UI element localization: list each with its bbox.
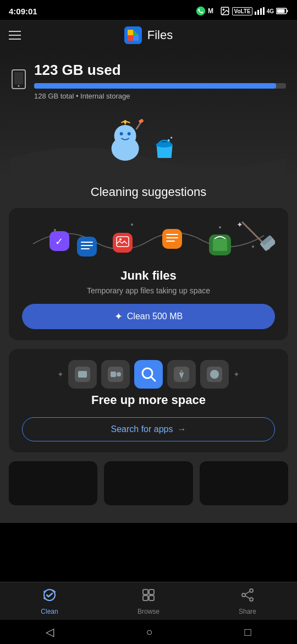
svg-rect-50 — [111, 372, 116, 377]
storage-header: 123 GB used 128 GB total • Internal stor… — [11, 62, 286, 100]
svg-rect-40 — [166, 241, 175, 242]
browse-tab-label: Browse — [138, 608, 160, 615]
svg-point-22 — [168, 139, 170, 141]
svg-rect-30 — [77, 237, 97, 256]
search-apps-button[interactable]: Search for apps → — [22, 417, 275, 441]
svg-point-27 — [252, 245, 254, 248]
mascot-main — [106, 118, 145, 165]
mascot-area — [11, 107, 286, 178]
svg-point-0 — [196, 7, 206, 16]
svg-rect-4 — [255, 12, 256, 15]
mascot-bucket — [152, 135, 177, 165]
svg-rect-38 — [166, 234, 178, 235]
battery-icon — [276, 8, 288, 14]
svg-point-17 — [120, 132, 123, 135]
svg-rect-42 — [213, 239, 227, 251]
nav-bar: ◁ ○ □ — [0, 620, 297, 644]
whatsapp-icon — [196, 6, 206, 16]
svg-point-16 — [114, 125, 136, 147]
app-icon-3 — [167, 360, 196, 389]
svg-point-18 — [128, 132, 131, 135]
svg-point-55 — [180, 371, 183, 373]
svg-text:M: M — [208, 7, 213, 15]
search-highlight-icon — [134, 360, 163, 389]
tab-clean[interactable]: ✦ Clean — [0, 582, 99, 620]
sparkle-left: ✦ — [57, 370, 64, 379]
tab-browse[interactable]: Browse — [99, 582, 198, 620]
svg-point-26 — [219, 226, 221, 228]
bottom-card-3 — [200, 461, 288, 505]
svg-text:✦: ✦ — [51, 588, 55, 593]
tab-share[interactable]: Share — [198, 582, 297, 620]
clean-tab-icon: ✦ — [42, 588, 57, 605]
free-space-card: ✦ — [9, 349, 288, 452]
junk-card-title: Junk files — [9, 269, 288, 283]
svg-line-53 — [151, 377, 155, 381]
app-logo — [124, 26, 142, 44]
cleaning-section: Cleaning suggestions ✓ — [0, 178, 297, 523]
svg-point-24 — [54, 229, 56, 231]
app-icon-4 — [200, 360, 229, 389]
svg-point-66 — [250, 598, 253, 601]
home-button[interactable]: ○ — [146, 626, 152, 638]
svg-point-25 — [131, 223, 133, 226]
network-badge: 4G — [267, 8, 274, 14]
bottom-tab-bar: ✦ Clean Browse Share — [0, 582, 297, 620]
svg-line-67 — [245, 592, 250, 594]
app-bar: Files — [0, 20, 297, 51]
svg-point-51 — [117, 372, 121, 376]
svg-rect-63 — [149, 596, 154, 601]
cleaning-title: Cleaning suggestions — [0, 178, 297, 208]
share-tab-icon — [240, 588, 255, 605]
recents-button[interactable]: □ — [244, 626, 251, 638]
clean-tab-label: Clean — [41, 608, 58, 615]
storage-used: 123 GB used — [34, 62, 286, 79]
junk-icons-svg: ✓ — [22, 214, 275, 263]
app-icon-2 — [101, 360, 130, 389]
image-icon — [220, 6, 230, 16]
sparkle-icon: ✦ — [114, 310, 123, 323]
svg-rect-10 — [287, 10, 288, 12]
browse-tab-icon — [141, 588, 156, 605]
signal-icon — [255, 7, 265, 15]
svg-rect-32 — [81, 245, 93, 246]
junk-files-card: ✓ — [9, 208, 288, 340]
free-space-title: Free up more space — [9, 393, 288, 407]
junk-card-subtitle: Temporary app files taking up space — [9, 286, 288, 295]
svg-rect-33 — [81, 248, 90, 249]
bottom-card-2 — [104, 461, 193, 505]
svg-rect-39 — [166, 237, 178, 238]
svg-point-65 — [242, 593, 245, 597]
svg-rect-61 — [149, 590, 154, 594]
svg-point-36 — [119, 238, 122, 241]
storage-bar-background — [34, 83, 286, 89]
junk-illustration: ✓ — [9, 208, 288, 269]
svg-rect-20 — [139, 118, 144, 123]
app-icon-1 — [68, 360, 97, 389]
storage-info: 123 GB used 128 GB total • Internal stor… — [34, 62, 286, 100]
clean-button[interactable]: ✦ Clean 500 MB — [22, 304, 275, 329]
clean-button-label: Clean 500 MB — [127, 312, 183, 321]
svg-rect-62 — [143, 596, 148, 601]
storage-section: 123 GB used 128 GB total • Internal stor… — [0, 51, 297, 178]
svg-rect-31 — [81, 242, 93, 243]
storage-bar-fill — [34, 83, 276, 89]
svg-rect-6 — [260, 8, 262, 15]
share-tab-label: Share — [239, 608, 256, 615]
svg-rect-57 — [210, 370, 219, 379]
maps-icon: M — [208, 6, 218, 16]
svg-point-3 — [223, 9, 224, 10]
app-icons-row: ✦ — [9, 349, 288, 393]
svg-rect-5 — [257, 10, 259, 15]
back-button[interactable]: ◁ — [46, 625, 54, 638]
menu-button[interactable] — [9, 31, 21, 40]
arrow-icon: → — [177, 424, 186, 434]
main-content: Cleaning suggestions ✓ — [0, 178, 297, 594]
svg-rect-48 — [78, 371, 87, 378]
svg-text:✦: ✦ — [237, 220, 243, 229]
volte-badge: VoLTE — [232, 7, 252, 15]
app-title: Files — [147, 28, 173, 42]
svg-point-14 — [18, 85, 20, 86]
sparkle-right: ✦ — [233, 370, 240, 379]
bottom-cards-row — [0, 461, 297, 505]
